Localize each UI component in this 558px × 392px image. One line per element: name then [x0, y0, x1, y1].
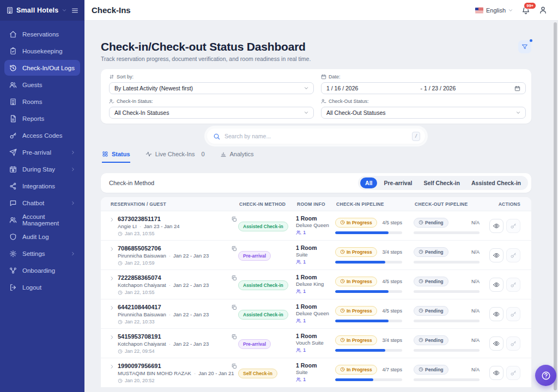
- table-row[interactable]: 1990097956691 MUSTAQIM BIN MOHD RAZAK · …: [101, 358, 531, 388]
- guest-name: Angie LI: [118, 223, 137, 229]
- checkin-steps: 3/4 steps: [382, 338, 402, 343]
- checkin-status-select[interactable]: All Check-In Statuses: [109, 107, 314, 119]
- sidebar-item-onboarding[interactable]: Onboarding: [4, 262, 80, 278]
- sort-label: Sort by:: [117, 74, 134, 79]
- view-details-button[interactable]: [489, 336, 504, 351]
- access-code-button[interactable]: [506, 366, 520, 380]
- expand-row-icon[interactable]: [110, 305, 114, 310]
- checkin-steps: 4/5 steps: [382, 279, 402, 284]
- table-row[interactable]: 6373023851171 Angie LI · Jan 23 - Jan 24…: [101, 211, 531, 241]
- view-details-button[interactable]: [489, 366, 504, 380]
- checkin-progress-bar: [335, 320, 402, 322]
- guest-name: Pirunnicha Baisuwan: [118, 311, 166, 317]
- sidebar-item-chatbot[interactable]: Chatbot: [4, 195, 80, 211]
- view-details-button[interactable]: [489, 307, 504, 321]
- access-code-button[interactable]: [506, 219, 520, 233]
- sort-icon: [109, 74, 114, 79]
- scrollbar-thumb[interactable]: [554, 22, 557, 390]
- table-row[interactable]: 7086855052706 Pirunnicha Baisuwan · Jan …: [101, 241, 531, 270]
- view-details-button[interactable]: [489, 219, 504, 233]
- copy-icon[interactable]: [231, 363, 237, 369]
- clock-icon: [418, 338, 423, 342]
- sidebar-item-logout[interactable]: Logout: [4, 279, 80, 295]
- barchart-icon: [220, 151, 227, 157]
- checkin-status-field: Check-In Status: All Check-In Statuses: [109, 99, 314, 119]
- view-details-button[interactable]: [489, 248, 504, 262]
- date-range-input[interactable]: 1 / 16 / 2026 - 1 / 23 / 2026: [321, 82, 526, 94]
- sidebar-item-label: Reports: [22, 115, 44, 122]
- sidebar-item-label: Guests: [22, 82, 42, 88]
- sidebar-item-access-codes[interactable]: Access Codes: [4, 127, 80, 143]
- eye-icon: [493, 370, 500, 376]
- checkout-progress-bar: [414, 261, 480, 264]
- access-code-button[interactable]: [506, 336, 520, 351]
- tab-analytics[interactable]: Analytics: [220, 151, 254, 163]
- checkin-steps: 4/5 steps: [382, 220, 402, 225]
- hotel-logo-icon: [6, 7, 14, 14]
- stay-dates: Jan 22 - Jan 23: [173, 341, 209, 347]
- expand-row-icon[interactable]: [110, 276, 114, 281]
- eye-icon: [493, 252, 500, 259]
- copy-icon[interactable]: [231, 275, 237, 281]
- date-end[interactable]: - 1 / 23 / 2026: [421, 85, 515, 91]
- checkout-status-select[interactable]: All Check-Out Statuses: [321, 107, 526, 119]
- help-button[interactable]: [535, 365, 556, 386]
- language-selector[interactable]: English: [475, 7, 513, 14]
- copy-icon[interactable]: [231, 304, 237, 310]
- sidebar-item-reservations[interactable]: Reservations: [4, 26, 80, 42]
- sidebar-item-audit-log[interactable]: Audit Log: [4, 229, 80, 244]
- person-minus-icon: [321, 99, 326, 104]
- access-code-button[interactable]: [506, 248, 520, 262]
- checkout-progress-bar: [414, 378, 480, 381]
- checkout-progress-bar: [414, 231, 480, 234]
- date-start[interactable]: 1 / 16 / 2026: [326, 85, 421, 91]
- search-input[interactable]: [225, 133, 408, 139]
- table-row[interactable]: 7222858365074 Kotchapon Chaiyarat · Jan …: [101, 270, 531, 299]
- access-code-button[interactable]: [506, 307, 520, 321]
- sidebar-item-guests[interactable]: Guests: [4, 77, 80, 93]
- view-details-button[interactable]: [489, 278, 504, 292]
- table-row[interactable]: 6442108440417 Pirunnicha Baisuwan · Jan …: [101, 299, 531, 329]
- access-code-button[interactable]: [506, 278, 520, 292]
- sidebar-item-check-in-out-logs[interactable]: Check-In/Out Logs: [4, 60, 80, 76]
- sidebar-item-reports[interactable]: Reports: [4, 111, 80, 126]
- method-option-pre-arrival[interactable]: Pre-arrival: [379, 177, 417, 188]
- sidebar-item-label: During Stay: [22, 166, 55, 173]
- main-area: Check-Ins English 99+ Check-in/Check-out…: [84, 0, 558, 392]
- calendar-icon[interactable]: [514, 85, 520, 91]
- sidebar-item-settings[interactable]: Settings: [4, 246, 80, 261]
- sidebar-item-account-management[interactable]: Account Management: [4, 212, 80, 228]
- user-profile-icon[interactable]: [539, 6, 547, 14]
- expand-row-icon[interactable]: [110, 335, 114, 340]
- tab-label: Live Check-Ins: [155, 151, 195, 157]
- room-type: Deluxe King: [296, 281, 335, 287]
- expand-row-icon[interactable]: [110, 247, 114, 252]
- method-option-self-check-in[interactable]: Self Check-in: [418, 177, 465, 188]
- sidebar-item-pre-arrival[interactable]: Pre-arrival: [4, 144, 80, 160]
- filter-button[interactable]: [518, 40, 531, 53]
- sort-select[interactable]: By Latest Activity (Newest first): [109, 82, 314, 94]
- sidebar-item-integrations[interactable]: Integrations: [4, 178, 80, 194]
- room-count: 1 Room: [296, 362, 335, 369]
- table-row[interactable]: 5415953708191 Kotchapon Chaiyarat · Jan …: [101, 329, 531, 358]
- tab-live-check-ins[interactable]: Live Check-Ins0: [145, 151, 205, 163]
- brand-chevron-down-icon[interactable]: [62, 8, 66, 13]
- expand-row-icon[interactable]: [110, 364, 114, 369]
- clock-icon: [340, 308, 345, 313]
- tab-status[interactable]: Status: [102, 151, 130, 163]
- sidebar-item-during-stay[interactable]: During Stay: [4, 161, 80, 177]
- clock-icon: [418, 279, 423, 284]
- notifications-button[interactable]: 99+: [521, 6, 530, 15]
- checkout-progress-bar: [414, 290, 480, 293]
- guest-count: 1: [303, 347, 306, 353]
- method-option-all[interactable]: All: [360, 177, 377, 188]
- expand-row-icon[interactable]: [110, 217, 114, 222]
- sidebar-item-rooms[interactable]: Rooms: [4, 94, 80, 109]
- method-option-assisted-check-in[interactable]: Assisted Check-in: [466, 177, 526, 188]
- copy-icon[interactable]: [231, 216, 237, 222]
- collapse-menu-icon[interactable]: [71, 7, 78, 14]
- sidebar-item-housekeeping[interactable]: Housekeeping: [4, 43, 80, 59]
- copy-icon[interactable]: [231, 246, 237, 252]
- copy-icon[interactable]: [231, 334, 237, 340]
- column-header-reservation-guest: RESERVATION / GUEST: [110, 201, 238, 207]
